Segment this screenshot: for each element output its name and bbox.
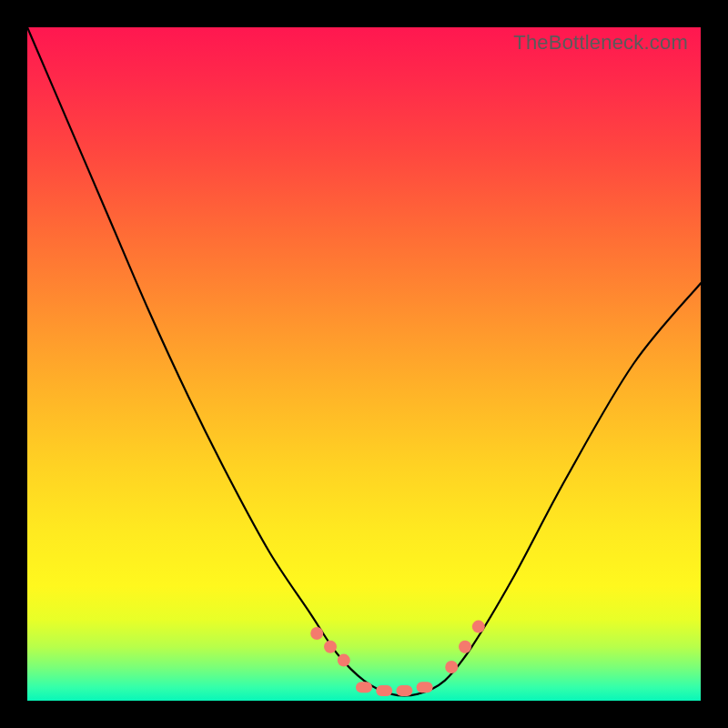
- trough-marker: [356, 682, 372, 693]
- left-descent-marker: [310, 627, 323, 640]
- right-ascent-marker: [445, 661, 458, 673]
- chart-plot-area: TheBottleneck.com: [27, 27, 701, 701]
- curve-path: [27, 27, 701, 695]
- left-descent-marker: [324, 641, 337, 653]
- left-descent-marker: [338, 654, 350, 667]
- curve-markers: [310, 621, 485, 696]
- bottleneck-curve: [27, 27, 701, 701]
- chart-frame: TheBottleneck.com: [0, 0, 728, 728]
- right-ascent-marker: [472, 621, 485, 633]
- trough-marker: [396, 685, 412, 696]
- trough-marker: [376, 685, 392, 696]
- right-ascent-marker: [459, 641, 471, 653]
- trough-marker: [417, 682, 433, 693]
